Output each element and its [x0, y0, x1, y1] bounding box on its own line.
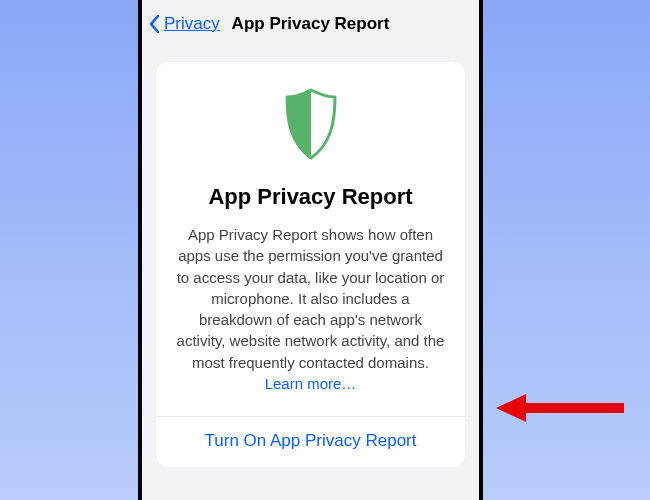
- back-label: Privacy: [164, 14, 220, 34]
- svg-marker-1: [496, 394, 526, 422]
- learn-more-link[interactable]: Learn more…: [265, 375, 357, 392]
- annotation-arrow-icon: [496, 388, 626, 428]
- nav-bar: Privacy App Privacy Report: [142, 0, 479, 48]
- card-description: App Privacy Report shows how often apps …: [176, 224, 445, 394]
- card-title: App Privacy Report: [176, 184, 445, 210]
- nav-title: App Privacy Report: [232, 14, 390, 34]
- back-button[interactable]: Privacy: [148, 0, 220, 48]
- turn-on-button[interactable]: Turn On App Privacy Report: [156, 417, 465, 467]
- shield-icon: [281, 88, 341, 164]
- content-area: App Privacy Report App Privacy Report sh…: [142, 48, 479, 500]
- info-card: App Privacy Report App Privacy Report sh…: [156, 62, 465, 467]
- card-body: App Privacy Report App Privacy Report sh…: [156, 62, 465, 416]
- background: Privacy App Privacy Report: [0, 0, 650, 500]
- card-description-text: App Privacy Report shows how often apps …: [177, 226, 445, 371]
- shield-icon-wrap: [176, 88, 445, 164]
- chevron-left-icon: [148, 14, 162, 34]
- phone-frame: Privacy App Privacy Report: [138, 0, 483, 500]
